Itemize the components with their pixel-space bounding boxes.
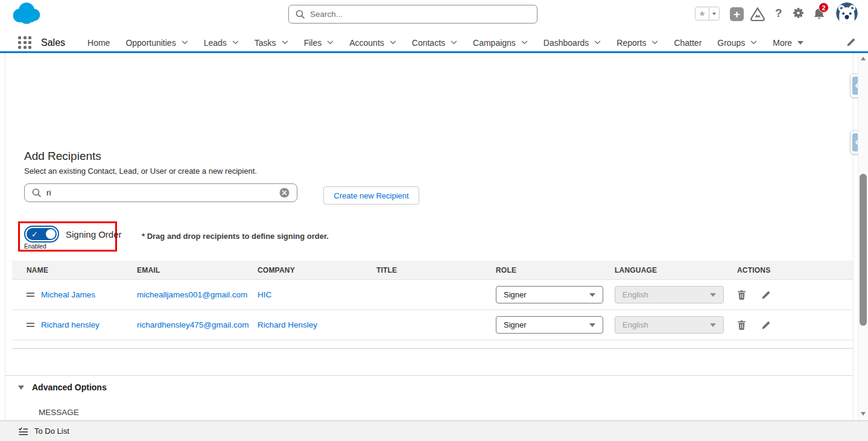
- drag-handle-icon[interactable]: [27, 323, 34, 327]
- recipient-company-link[interactable]: HIC: [258, 290, 271, 299]
- recipients-table: NAME EMAIL COMPANY TITLE ROLE LANGUAGE A…: [12, 261, 853, 349]
- column-header-role: ROLE: [483, 266, 602, 274]
- favorites-dropdown-button[interactable]: [709, 7, 719, 20]
- nav-tab-accounts[interactable]: Accounts: [349, 38, 396, 48]
- edit-recipient-button[interactable]: [761, 320, 771, 330]
- table-row: Richard hensley richardhensley475@gmail.…: [12, 310, 853, 340]
- trailhead-icon[interactable]: [750, 7, 765, 24]
- recipient-email-link[interactable]: michealljames001@gmail.com: [137, 290, 247, 299]
- chevron-down-icon[interactable]: [594, 40, 601, 45]
- language-select: English: [615, 286, 724, 303]
- column-header-company: COMPANY: [245, 266, 364, 274]
- app-launcher-icon[interactable]: [18, 36, 32, 49]
- notification-count-badge: 2: [819, 2, 829, 13]
- clear-icon[interactable]: [279, 188, 290, 198]
- column-header-language: LANGUAGE: [602, 266, 724, 274]
- todo-list-icon: [18, 427, 28, 436]
- delete-recipient-button[interactable]: [737, 320, 746, 330]
- recipient-search-input[interactable]: [46, 188, 274, 197]
- scroll-up-arrow-icon[interactable]: [861, 57, 866, 60]
- column-header-actions: ACTIONS: [724, 266, 853, 274]
- chevron-down-icon[interactable]: [232, 40, 239, 45]
- nav-tab-reports[interactable]: Reports: [616, 38, 658, 48]
- favorites-button-group: ★: [695, 7, 720, 21]
- delete-recipient-button[interactable]: [737, 290, 746, 300]
- nav-tab-groups[interactable]: Groups: [717, 38, 757, 48]
- advanced-options-toggle[interactable]: Advanced Options: [18, 382, 107, 392]
- nav-tab-home[interactable]: Home: [87, 38, 110, 48]
- column-header-name: NAME: [12, 266, 124, 274]
- section-divider: [5, 375, 853, 376]
- signing-order-toggle[interactable]: ✓: [24, 226, 59, 243]
- search-icon: [296, 10, 305, 19]
- toggle-knob: [46, 229, 55, 239]
- nav-tab-contacts[interactable]: Contacts: [412, 38, 457, 48]
- nav-tab-opportunities[interactable]: Opportunities: [125, 38, 188, 48]
- caret-down-icon: [797, 41, 803, 45]
- page-subtitle: Select an existing Contact, Lead, or Use…: [24, 167, 257, 176]
- language-select: English: [615, 316, 724, 334]
- add-recipients-panel: Add Recipients Select an existing Contac…: [0, 53, 868, 420]
- app-name[interactable]: Sales: [41, 37, 65, 48]
- chevron-down-icon[interactable]: [282, 40, 288, 45]
- favorites-star-icon[interactable]: ★: [695, 7, 709, 20]
- signing-order-highlight-box: ✓ Signing Order Enabled: [18, 221, 117, 252]
- recipient-name-link[interactable]: Richard hensley: [41, 320, 100, 329]
- nav-tab-list: Home Opportunities Leads Tasks Files Acc…: [87, 38, 803, 48]
- recipients-table-header: NAME EMAIL COMPANY TITLE ROLE LANGUAGE A…: [12, 261, 853, 280]
- chevron-down-icon[interactable]: [651, 40, 658, 45]
- nav-tab-files[interactable]: Files: [304, 38, 334, 48]
- role-select[interactable]: Signer: [496, 286, 603, 303]
- message-field-label: MESSAGE: [39, 408, 79, 417]
- global-header: ★ + ?: [0, 0, 868, 34]
- recipient-search-box: [24, 183, 297, 202]
- user-avatar[interactable]: [836, 2, 858, 24]
- edit-navigation-pencil-icon[interactable]: [846, 37, 856, 49]
- app-navigation-bar: Sales Home Opportunities Leads Tasks Fil…: [0, 34, 868, 53]
- todo-list-button[interactable]: To Do List: [34, 427, 69, 436]
- global-search-box: [288, 5, 537, 24]
- nav-tab-more[interactable]: More: [773, 38, 803, 48]
- chevron-down-icon[interactable]: [451, 40, 457, 45]
- chevron-down-icon[interactable]: [327, 40, 334, 45]
- salesforce-cloud-icon: [10, 1, 43, 28]
- nav-tab-campaigns[interactable]: Campaigns: [473, 38, 528, 48]
- recipient-name-link[interactable]: Micheal James: [41, 290, 95, 299]
- edit-recipient-button[interactable]: [761, 290, 771, 300]
- salesforce-window: ★ + ?: [0, 0, 868, 441]
- recipient-company-link[interactable]: Richard Hensley: [258, 320, 317, 329]
- recipient-email-link[interactable]: richardhensley475@gmail.com: [137, 320, 249, 329]
- caret-down-icon: [589, 323, 595, 327]
- create-new-recipient-button[interactable]: Create new Recipient: [323, 186, 419, 205]
- panel-right-border: [853, 53, 854, 420]
- global-actions-add-button[interactable]: +: [730, 7, 744, 21]
- nav-tab-leads[interactable]: Leads: [204, 38, 239, 48]
- chevron-down-icon[interactable]: [182, 40, 188, 45]
- nav-tab-dashboards[interactable]: Dashboards: [543, 38, 601, 48]
- setup-gear-icon[interactable]: [793, 7, 804, 21]
- utility-bar: To Do List: [0, 420, 868, 441]
- scroll-down-arrow-icon[interactable]: [861, 412, 866, 416]
- check-icon: ✓: [31, 230, 38, 239]
- nav-tab-tasks[interactable]: Tasks: [255, 38, 288, 48]
- caret-down-icon: [710, 293, 716, 297]
- chevron-down-icon[interactable]: [750, 40, 757, 45]
- role-select[interactable]: Signer: [496, 316, 603, 334]
- page-title: Add Recipients: [24, 150, 101, 163]
- vertical-scrollbar[interactable]: [858, 53, 868, 420]
- table-row: Micheal James michealljames001@gmail.com…: [12, 280, 853, 310]
- chevron-down-icon[interactable]: [390, 40, 396, 45]
- drag-handle-icon[interactable]: [27, 293, 34, 297]
- caret-down-icon: [589, 293, 595, 297]
- chevron-down-icon[interactable]: [521, 40, 528, 45]
- caret-down-icon: [710, 323, 716, 327]
- nav-tab-chatter[interactable]: Chatter: [674, 38, 702, 48]
- table-empty-strip: [12, 340, 853, 349]
- search-icon: [32, 188, 41, 197]
- help-icon[interactable]: ?: [775, 7, 782, 20]
- drag-drop-note: * Drag and drop recipients to define sig…: [142, 232, 329, 241]
- column-header-email: EMAIL: [124, 266, 245, 274]
- global-search-input[interactable]: [310, 10, 530, 19]
- scrollbar-thumb[interactable]: [860, 174, 867, 326]
- caret-down-icon: [18, 385, 24, 390]
